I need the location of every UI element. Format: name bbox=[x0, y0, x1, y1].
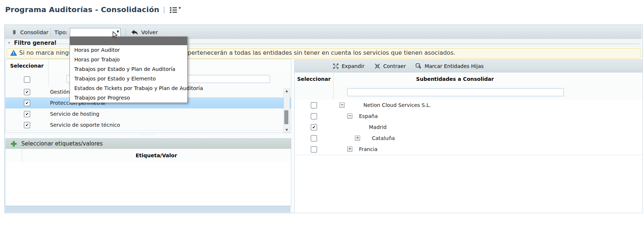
dropdown-option[interactable]: Trabajos por Progreso bbox=[70, 93, 187, 103]
dropdown-selected-blank[interactable] bbox=[70, 37, 187, 45]
scroll-down-icon[interactable]: ▼ bbox=[284, 128, 289, 132]
tree-expander-icon[interactable]: + bbox=[355, 136, 360, 141]
tipo-label: Tipo: bbox=[54, 29, 67, 35]
dropdown-option[interactable]: Trabajos por Estado y Plan de Auditoría bbox=[70, 64, 187, 74]
expand-all-icon bbox=[332, 63, 339, 69]
column-divider bbox=[48, 72, 49, 86]
mark-children-icon bbox=[415, 63, 422, 69]
marcar-label: Marcar Entidades Hijas bbox=[424, 63, 484, 69]
page-title: Programa Auditorías - Consolidación bbox=[5, 5, 159, 14]
dropdown-option[interactable]: Horas por Trabajo bbox=[70, 55, 187, 64]
list-view-icon[interactable] bbox=[169, 6, 177, 13]
entity-label: Cataluña bbox=[372, 135, 395, 141]
tipo-dropdown-list: Horas por Auditor Horas por Trabajo Trab… bbox=[70, 36, 188, 103]
contraer-label: Contraer bbox=[383, 63, 406, 69]
panel-splitter-handle[interactable]: ········· bbox=[5, 133, 291, 137]
entities-toolbar: Expandir Contraer Marcar Entidades Hijas bbox=[295, 60, 643, 72]
row-checkbox[interactable] bbox=[24, 100, 30, 106]
tree-expander-icon[interactable]: − bbox=[339, 103, 345, 108]
tags-section-title: Seleccionar etiquetas/valores bbox=[21, 140, 103, 147]
entities-filter-input[interactable] bbox=[347, 88, 564, 96]
row-checkbox[interactable] bbox=[24, 111, 30, 117]
services-scrollbar[interactable]: ▲ ▼ bbox=[284, 89, 290, 133]
tags-table-header: Etiqueta/Valor bbox=[6, 149, 291, 162]
entity-label: España bbox=[359, 113, 378, 119]
tags-header-bar[interactable]: Seleccionar etiquetas/valores bbox=[6, 139, 291, 149]
tags-table-body bbox=[6, 162, 291, 206]
entity-label: Francia bbox=[359, 146, 377, 152]
add-plus-icon[interactable] bbox=[11, 141, 17, 147]
service-row[interactable]: Servicio de soporte técnico bbox=[6, 119, 291, 131]
contraer-button[interactable]: Contraer bbox=[374, 63, 406, 69]
entity-row[interactable]: + Cataluña bbox=[295, 133, 643, 144]
service-label: Servicio de hosting bbox=[50, 111, 99, 117]
entity-row[interactable]: − España bbox=[295, 111, 643, 122]
column-divider bbox=[48, 59, 49, 72]
entity-row[interactable]: − Netion Cloud Services S.L. bbox=[295, 100, 643, 111]
toolbar-separator-2 bbox=[125, 28, 126, 37]
tree-expander-icon[interactable]: + bbox=[347, 147, 352, 152]
undo-arrow-icon bbox=[131, 29, 138, 36]
row-checkbox[interactable] bbox=[311, 113, 317, 119]
dropdown-option[interactable]: Horas por Auditor bbox=[70, 45, 187, 55]
row-checkbox[interactable] bbox=[311, 102, 317, 108]
dropdown-option[interactable]: Estados de Tickets por Trabajo y Plan de… bbox=[70, 83, 187, 93]
consolidar-label: Consolidar bbox=[20, 29, 49, 35]
warning-icon bbox=[10, 50, 17, 56]
etiqueta-valor-header: Etiqueta/Valor bbox=[22, 149, 291, 162]
filtro-general-title: Filtro general bbox=[14, 40, 56, 46]
chevron-down-icon[interactable]: ▾ bbox=[179, 6, 181, 10]
dropdown-option[interactable]: Trabajos por Estado y Elemento bbox=[70, 74, 187, 83]
column-divider bbox=[333, 86, 334, 100]
row-checkbox[interactable] bbox=[24, 122, 30, 128]
entity-row[interactable]: + Francia bbox=[295, 144, 643, 155]
row-checkbox[interactable] bbox=[311, 135, 317, 141]
warning-text-right: pertenecerán a todas las entidades sin t… bbox=[188, 49, 455, 56]
entity-label: Netion Cloud Services S.L. bbox=[363, 102, 431, 108]
tipo-select-value bbox=[70, 29, 72, 35]
collapse-triangle-icon[interactable]: ▾ bbox=[8, 40, 10, 45]
volver-label: Volver bbox=[141, 29, 158, 35]
services-select-header: Seleccionar bbox=[6, 59, 48, 72]
entity-row[interactable]: Madrid bbox=[295, 122, 643, 133]
select-all-checkbox[interactable] bbox=[24, 76, 30, 83]
entities-select-header: Seleccionar bbox=[295, 72, 333, 86]
expandir-label: Expandir bbox=[342, 63, 364, 69]
screen: Programa Auditorías - Consolidación | ▾ … bbox=[0, 0, 644, 237]
title-separator: | bbox=[163, 6, 165, 13]
service-label: Servicio de soporte técnico bbox=[50, 122, 120, 128]
bottom-section-bar[interactable] bbox=[5, 206, 291, 212]
row-checkbox[interactable] bbox=[311, 124, 317, 130]
marcar-entidades-hijas-button[interactable]: Marcar Entidades Hijas bbox=[415, 63, 484, 69]
consolidar-button[interactable]: Consolidar bbox=[11, 28, 49, 37]
row-checkbox[interactable] bbox=[311, 146, 317, 152]
entities-header-row: Seleccionar Subentidades a Consolidar bbox=[295, 72, 643, 86]
toolbar-separator bbox=[50, 28, 51, 37]
entities-panel: Expandir Contraer Marcar Entidades Hijas… bbox=[294, 60, 643, 213]
warning-text-left: Si no marca ningun bbox=[19, 49, 76, 56]
tags-panel: Seleccionar etiquetas/valores Etiqueta/V… bbox=[5, 138, 291, 207]
collapse-all-icon bbox=[374, 63, 381, 69]
entity-label: Madrid bbox=[369, 124, 387, 130]
service-row[interactable]: Servicio de hosting bbox=[6, 108, 291, 120]
volver-button[interactable]: Volver bbox=[131, 28, 158, 37]
paperclip-icon bbox=[11, 28, 17, 37]
scroll-up-icon[interactable]: ▲ bbox=[284, 89, 289, 93]
scrollbar-thumb[interactable] bbox=[284, 110, 288, 124]
entities-filter-row bbox=[295, 86, 643, 100]
row-checkbox[interactable] bbox=[24, 89, 30, 95]
expandir-button[interactable]: Expandir bbox=[332, 63, 364, 69]
tree-expander-icon[interactable]: − bbox=[347, 114, 352, 119]
mouse-cursor bbox=[113, 31, 118, 39]
subentities-header: Subentidades a Consolidar bbox=[333, 72, 577, 86]
